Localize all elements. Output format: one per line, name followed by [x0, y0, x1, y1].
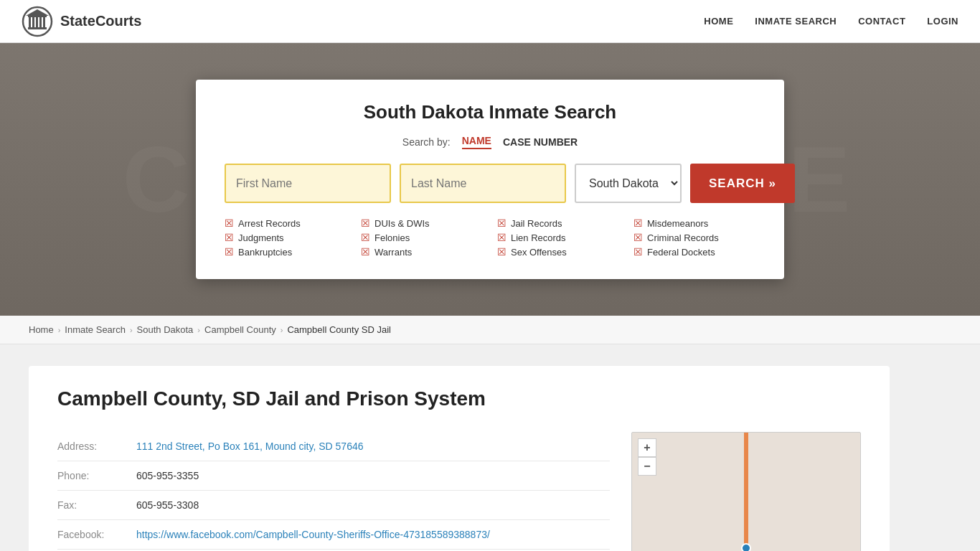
checkbox-label: Felonies: [374, 232, 410, 243]
hero-section: COURTHOUSE South Dakota Inmate Search Se…: [0, 43, 980, 316]
search-inputs-row: South Dakota Alabama Alaska Arizona Arka…: [225, 164, 755, 203]
info-table: Address: 111 2nd Street, Po Box 161, Mou…: [57, 432, 610, 550]
tab-case-number[interactable]: CASE NUMBER: [503, 136, 578, 148]
checkbox-icon: ☒: [497, 246, 507, 258]
nav-inmate-search[interactable]: INMATE SEARCH: [755, 16, 837, 27]
checkbox-icon: ☒: [633, 217, 643, 229]
checkbox-item: ☒Misdemeanors: [633, 217, 755, 229]
address-value: 111 2nd Street, Po Box 161, Mound city, …: [129, 432, 610, 461]
breadcrumb-item[interactable]: Inmate Search: [65, 324, 126, 335]
search-button[interactable]: SEARCH »: [690, 164, 795, 203]
checkbox-item: ☒Lien Records: [497, 232, 619, 243]
nav-home[interactable]: HOME: [704, 16, 733, 27]
checkbox-item: ☒Criminal Records: [633, 232, 755, 243]
checkbox-icon: ☒: [225, 246, 234, 258]
nav-login[interactable]: LOGIN: [927, 16, 958, 27]
svg-rect-3: [32, 17, 34, 27]
map-area: + −: [631, 432, 861, 551]
logo-text: StateCourts: [60, 13, 141, 29]
search-card: South Dakota Inmate Search Search by: NA…: [196, 80, 784, 279]
state-select[interactable]: South Dakota Alabama Alaska Arizona Arka…: [575, 164, 682, 203]
checkbox-item: ☒Judgments: [225, 232, 347, 243]
checkbox-item: ☒DUIs & DWIs: [361, 217, 483, 229]
breadcrumb-item[interactable]: South Dakota: [137, 324, 194, 335]
checkbox-item: ☒Felonies: [361, 232, 483, 243]
svg-rect-2: [29, 17, 31, 27]
checkbox-label: Jail Records: [511, 218, 562, 229]
phone-value: 605-955-3355: [129, 461, 610, 491]
header: StateCourts HOME INMATE SEARCH CONTACT L…: [0, 0, 980, 43]
breadcrumb: Home›Inmate Search›South Dakota›Campbell…: [0, 316, 980, 344]
map-zoom-out[interactable]: −: [638, 457, 656, 476]
checkbox-label: Judgments: [238, 232, 284, 243]
checkbox-icon: ☒: [225, 217, 234, 229]
map-controls: + −: [638, 438, 656, 476]
search-by-label: Search by:: [402, 136, 451, 148]
checkbox-item: ☒Arrest Records: [225, 217, 347, 229]
logo-area: StateCourts: [22, 6, 141, 37]
checkbox-item: ☒Bankruptcies: [225, 246, 347, 258]
checkbox-icon: ☒: [225, 232, 234, 243]
search-by-row: Search by: NAME CASE NUMBER: [225, 135, 755, 149]
checkbox-label: Federal Dockets: [647, 247, 715, 258]
checkbox-label: Criminal Records: [647, 232, 719, 243]
fax-value: 605-955-3308: [129, 491, 610, 520]
map-zoom-in[interactable]: +: [638, 438, 656, 457]
checkbox-icon: ☒: [633, 232, 643, 243]
facebook-link[interactable]: https://www.facebook.com/Campbell-County…: [136, 529, 490, 540]
checkbox-label: Warrants: [374, 247, 412, 258]
info-layout: Address: 111 2nd Street, Po Box 161, Mou…: [57, 432, 861, 551]
content-card: Campbell County, SD Jail and Prison Syst…: [29, 366, 890, 551]
last-name-input[interactable]: [400, 164, 566, 203]
breadcrumb-item[interactable]: Home: [29, 324, 54, 335]
checkbox-item: ☒Federal Dockets: [633, 246, 755, 258]
checkbox-icon: ☒: [633, 246, 643, 258]
facebook-value: https://www.facebook.com/Campbell-County…: [129, 520, 610, 550]
checkbox-icon: ☒: [497, 232, 507, 243]
facility-title: Campbell County, SD Jail and Prison Syst…: [57, 387, 861, 410]
tab-name[interactable]: NAME: [462, 135, 491, 149]
info-left: Address: 111 2nd Street, Po Box 161, Mou…: [57, 432, 610, 551]
checkbox-item: ☒Jail Records: [497, 217, 619, 229]
svg-rect-4: [36, 17, 38, 27]
checkbox-item: ☒Warrants: [361, 246, 483, 258]
checkbox-icon: ☒: [361, 217, 370, 229]
fax-label: Fax:: [57, 491, 129, 520]
nav-contact[interactable]: CONTACT: [858, 16, 905, 27]
svg-rect-5: [39, 17, 42, 27]
checkbox-icon: ☒: [497, 217, 507, 229]
facebook-row: Facebook: https://www.facebook.com/Campb…: [57, 520, 610, 550]
checkbox-icon: ☒: [361, 246, 370, 258]
breadcrumb-item[interactable]: Campbell County: [204, 324, 276, 335]
phone-label: Phone:: [57, 461, 129, 491]
checkboxes-grid: ☒Arrest Records☒DUIs & DWIs☒Jail Records…: [225, 217, 755, 258]
map-road: [744, 433, 748, 551]
breadcrumb-item: Campbell County SD Jail: [287, 324, 391, 335]
checkbox-label: Arrest Records: [238, 218, 301, 229]
map-marker: [741, 543, 751, 551]
breadcrumb-separator: ›: [58, 326, 61, 334]
fax-row: Fax: 605-955-3308: [57, 491, 610, 520]
main-content: Campbell County, SD Jail and Prison Syst…: [0, 344, 980, 551]
checkbox-item: ☒Sex Offenses: [497, 246, 619, 258]
checkbox-label: Misdemeanors: [647, 218, 708, 229]
facebook-label: Facebook:: [57, 520, 129, 550]
address-label: Address:: [57, 432, 129, 461]
breadcrumb-separator: ›: [130, 326, 133, 334]
nav-links: HOME INMATE SEARCH CONTACT LOGIN: [704, 16, 958, 27]
phone-row: Phone: 605-955-3355: [57, 461, 610, 491]
logo-icon: [22, 6, 53, 37]
breadcrumb-separator: ›: [197, 326, 200, 334]
first-name-input[interactable]: [225, 164, 391, 203]
checkbox-label: Sex Offenses: [511, 247, 567, 258]
svg-rect-6: [43, 17, 45, 27]
address-row: Address: 111 2nd Street, Po Box 161, Mou…: [57, 432, 610, 461]
svg-rect-8: [28, 27, 47, 29]
checkbox-label: Bankruptcies: [238, 247, 292, 258]
checkbox-label: Lien Records: [511, 232, 566, 243]
checkbox-icon: ☒: [361, 232, 370, 243]
search-card-title: South Dakota Inmate Search: [225, 101, 755, 123]
checkbox-label: DUIs & DWIs: [374, 218, 430, 229]
breadcrumb-separator: ›: [281, 326, 283, 334]
